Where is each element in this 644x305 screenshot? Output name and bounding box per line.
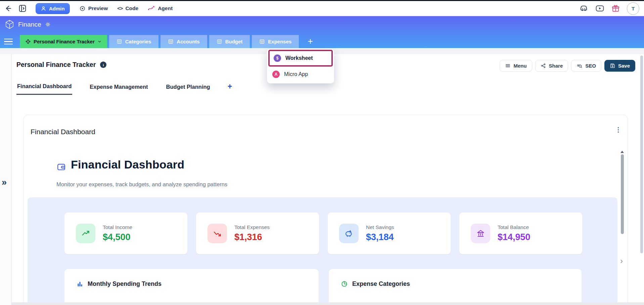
stat-label: Net Savings	[366, 224, 394, 230]
admin-mode-button[interactable]: Admin	[36, 3, 70, 14]
stat-card-total-expenses: Total Expenses $1,316	[196, 213, 319, 254]
back-button[interactable]	[4, 4, 12, 12]
pie-chart-icon	[341, 280, 348, 288]
menu-item-worksheet[interactable]: $ Worksheet	[270, 51, 331, 65]
code-label: Code	[125, 5, 138, 11]
tab-label: Accounts	[177, 39, 199, 44]
avatar[interactable]: T	[627, 2, 639, 15]
piggy-bank-icon	[339, 224, 359, 243]
app-tab-expenses[interactable]: Expenses	[252, 35, 299, 48]
add-app-tab-button[interactable]: +	[308, 37, 313, 46]
app-tab-accounts[interactable]: Accounts	[160, 35, 207, 48]
info-icon[interactable]: i	[100, 62, 106, 68]
top-toolbar: Admin Preview <> Code Agent T	[0, 1, 644, 16]
save-label: Save	[618, 63, 630, 69]
page-tab-bar: Financial Dashboard Expense Management B…	[16, 79, 232, 95]
stat-value: $1,316	[234, 232, 270, 242]
back-arrow-icon	[4, 4, 12, 12]
section-title: Expense Categories	[352, 280, 410, 288]
tab-expense-management[interactable]: Expense Management	[89, 80, 148, 94]
agent-label: Agent	[158, 5, 173, 11]
code-button[interactable]: <> Code	[117, 5, 138, 11]
app-settings-gear-icon[interactable]	[45, 21, 51, 28]
app-menu-button[interactable]	[4, 35, 14, 48]
window-scrollbar-thumb[interactable]	[640, 55, 643, 253]
app-brand: Finance	[4, 19, 51, 30]
seo-button[interactable]: SEO	[571, 60, 601, 72]
menu-button[interactable]: Menu	[500, 60, 532, 72]
scroll-right-chevron-icon[interactable]: ›	[620, 257, 623, 265]
app-logo-cube-icon	[4, 19, 15, 30]
monthly-spending-trends-card: Monthly Spending Trends	[64, 269, 319, 305]
save-floppy-icon	[610, 63, 615, 69]
stat-label: Total Balance	[498, 224, 531, 230]
pages-diamond-icon	[25, 39, 31, 44]
app-tab-personal-finance-tracker[interactable]: Personal Finance Tracker	[20, 35, 107, 48]
youtube-button[interactable]	[595, 5, 604, 12]
menu-label: Menu	[513, 63, 526, 69]
admin-label: Admin	[49, 6, 65, 11]
gift-button[interactable]	[611, 4, 620, 13]
add-page-tab-button[interactable]: +	[228, 82, 232, 92]
stat-label: Total Income	[103, 224, 132, 230]
eye-icon	[79, 5, 86, 12]
scroll-up-arrow-icon[interactable]	[620, 151, 624, 153]
stat-value: $3,184	[366, 232, 394, 242]
expense-categories-card: Expense Categories	[329, 269, 582, 305]
agent-flow-icon	[148, 5, 155, 11]
expand-panel-button[interactable]: »	[2, 178, 7, 187]
table-icon	[217, 39, 222, 44]
youtube-icon	[595, 5, 604, 12]
expenses-dropdown-menu: $ Worksheet A Micro App	[267, 49, 334, 83]
page-actions: Menu Share SEO Save	[500, 60, 635, 72]
tab-budget-planning[interactable]: Budget Planning	[166, 80, 211, 94]
bank-icon	[471, 224, 490, 243]
horizontal-scrollbar-track[interactable]	[12, 302, 644, 305]
page-title: Personal Finance Tracker	[16, 61, 96, 69]
tab-label: Categories	[125, 39, 151, 44]
discord-button[interactable]	[579, 5, 588, 12]
stat-card-net-savings: Net Savings $3,184	[328, 213, 451, 254]
component-more-menu-icon[interactable]: ⋮	[615, 126, 622, 134]
trending-down-icon	[208, 224, 227, 243]
dashboard-body-panel: Total Income $4,500 Total Expenses $1,31…	[28, 197, 617, 305]
discord-icon	[579, 5, 588, 12]
menu-item-micro-app[interactable]: A Micro App	[268, 67, 333, 81]
agent-button[interactable]: Agent	[148, 5, 173, 11]
dashboard-hero-title: Financial Dashboard	[71, 158, 184, 171]
app-tab-bar: Personal Finance Tracker Categories Acco…	[0, 35, 644, 48]
avatar-letter: T	[632, 6, 635, 11]
share-button[interactable]: Share	[535, 60, 568, 72]
stat-card-total-balance: Total Balance $14,950	[459, 213, 582, 254]
collapsed-left-panel: »	[0, 54, 11, 305]
preview-button[interactable]: Preview	[79, 5, 108, 12]
app-tab-categories[interactable]: Categories	[109, 35, 159, 48]
tab-label: Expenses	[268, 39, 291, 44]
stat-value: $4,500	[103, 232, 132, 242]
table-icon	[117, 39, 122, 44]
card-scrollbar[interactable]	[620, 151, 624, 305]
app-tab-budget[interactable]: Budget	[209, 35, 250, 48]
card-scrollbar-thumb[interactable]	[621, 154, 624, 234]
section-title: Monthly Spending Trends	[88, 280, 162, 288]
dashboard-hero-subtitle: Monitor your expenses, track budgets, an…	[56, 181, 227, 188]
trending-up-icon	[76, 224, 95, 243]
table-icon	[259, 39, 265, 44]
app-name: Finance	[18, 21, 41, 28]
tab-label: Budget	[225, 39, 243, 44]
toolbar-right-group: T	[579, 2, 639, 15]
code-icon: <>	[117, 5, 123, 11]
save-button[interactable]: Save	[604, 60, 635, 72]
stats-row: Total Income $4,500 Total Expenses $1,31…	[64, 213, 582, 254]
sidebar-toggle-button[interactable]	[18, 4, 27, 13]
share-icon	[541, 63, 546, 69]
component-title: Financial Dashboard	[31, 128, 95, 136]
app-header: Finance Personal Finance Tracker Categor…	[0, 16, 644, 48]
person-icon	[41, 6, 46, 11]
charts-row: Monthly Spending Trends Expense Categori…	[64, 269, 582, 305]
menu-item-label: Micro App	[284, 71, 308, 77]
tutorial-highlight-frame: $ Worksheet	[268, 50, 333, 67]
tab-financial-dashboard[interactable]: Financial Dashboard	[16, 79, 72, 95]
table-icon	[168, 39, 174, 44]
dashboard-component-card: Financial Dashboard ⋮ Financial Dashboar…	[24, 115, 628, 305]
